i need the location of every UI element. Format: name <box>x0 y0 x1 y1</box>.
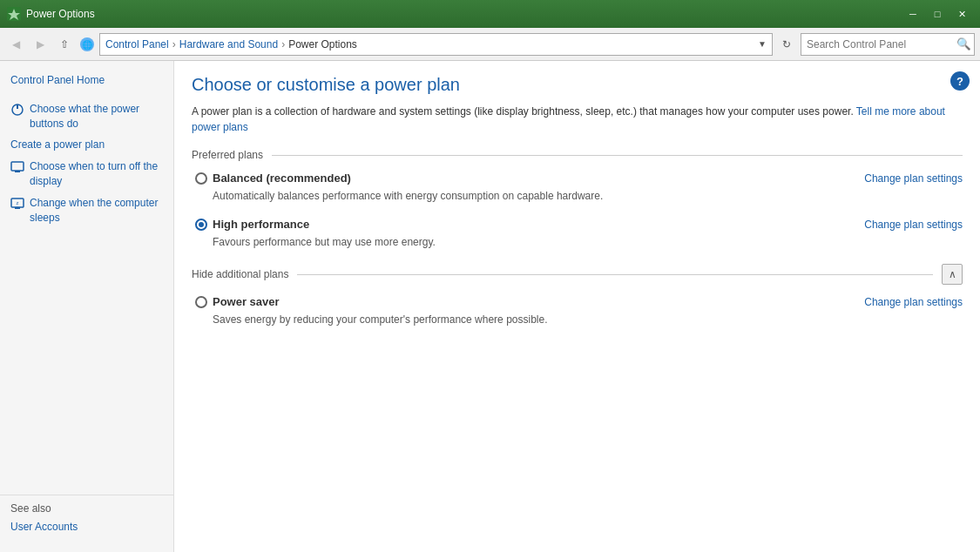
sidebar-item-user-accounts[interactable]: User Accounts <box>10 518 163 536</box>
sidebar-item-control-panel-home[interactable]: Control Panel Home <box>0 70 173 91</box>
control-panel-home-label: Control Panel Home <box>10 73 105 88</box>
see-also-section: See also User Accounts <box>0 495 173 543</box>
location-icon: 🌐 <box>78 36 96 53</box>
power-saver-plan-name: Power saver <box>213 295 280 308</box>
sidebar-item-create-plan[interactable]: Create a power plan <box>0 134 173 156</box>
sidebar-item-display-off[interactable]: Choose when to turn off the display <box>0 156 173 192</box>
preferred-plans-label: Preferred plans <box>192 149 263 161</box>
refresh-button[interactable]: ↻ <box>776 34 797 55</box>
sidebar-item-sleep[interactable]: z Change when the computer sleeps <box>0 192 173 229</box>
content-area: ? Choose or customise a power plan A pow… <box>174 61 980 552</box>
breadcrumb-control-panel[interactable]: Control Panel <box>105 38 169 50</box>
see-also-title: See also <box>10 502 163 515</box>
plan-item-high-performance: High performance Change plan settings Fa… <box>192 218 963 250</box>
back-button[interactable]: ◀ <box>5 34 26 55</box>
balanced-plan-desc: Automatically balances performance with … <box>195 188 963 204</box>
svg-rect-9 <box>15 207 20 209</box>
main-layout: Control Panel Home Choose what the power… <box>0 61 980 552</box>
preferred-divider <box>272 155 963 156</box>
sidebar-item-power-buttons[interactable]: Choose what the power buttons do <box>0 98 173 135</box>
high-performance-plan-name: High performance <box>213 218 309 231</box>
power-saver-plan-desc: Saves energy by reducing your computer's… <box>195 312 963 327</box>
forward-button[interactable]: ▶ <box>30 34 51 55</box>
change-plan-balanced-link[interactable]: Change plan settings <box>864 172 963 185</box>
sidebar: Control Panel Home Choose what the power… <box>0 61 174 552</box>
additional-divider <box>297 274 933 275</box>
up-button[interactable]: ⇧ <box>54 34 75 55</box>
svg-text:z: z <box>17 200 19 205</box>
breadcrumb-hardware-sound[interactable]: Hardware and Sound <box>179 38 278 50</box>
page-description: A power plan is a collection of hardware… <box>192 104 963 135</box>
search-button[interactable]: 🔍 <box>953 34 974 55</box>
svg-text:🌐: 🌐 <box>82 39 93 50</box>
search-box: 🔍 <box>801 33 975 56</box>
description-text: A power plan is a collection of hardware… <box>192 105 854 118</box>
svg-rect-6 <box>11 162 24 171</box>
radio-balanced[interactable] <box>195 172 207 185</box>
minimize-button[interactable]: ─ <box>902 5 924 23</box>
additional-plans-header: Hide additional plans ∧ <box>192 264 963 285</box>
display-off-label: Choose when to turn off the display <box>30 159 163 189</box>
preferred-plans-header: Preferred plans <box>192 149 963 161</box>
app-icon <box>7 7 21 21</box>
plan-item-power-saver: Power saver Change plan settings Saves e… <box>192 295 963 327</box>
power-buttons-label: Choose what the power buttons do <box>30 102 163 131</box>
radio-power-saver[interactable] <box>195 296 207 308</box>
user-accounts-label: User Accounts <box>10 520 78 535</box>
power-buttons-icon <box>10 103 24 117</box>
window-title: Power Options <box>26 8 902 20</box>
window-controls: ─ □ ✕ <box>902 5 973 23</box>
plan-item-balanced: Balanced (recommended) Change plan setti… <box>192 172 963 204</box>
balanced-plan-name: Balanced (recommended) <box>213 172 351 185</box>
breadcrumb-current: Power Options <box>288 38 357 50</box>
display-icon <box>10 160 24 174</box>
help-button[interactable]: ? <box>950 71 970 91</box>
title-bar: Power Options ─ □ ✕ <box>0 0 980 28</box>
close-button[interactable]: ✕ <box>950 5 973 23</box>
breadcrumb-bar: Control Panel › Hardware and Sound › Pow… <box>99 33 773 56</box>
high-performance-plan-desc: Favours performance but may use more ene… <box>195 234 963 250</box>
svg-rect-5 <box>17 104 18 109</box>
radio-high-performance[interactable] <box>195 219 207 231</box>
change-plan-power-saver-link[interactable]: Change plan settings <box>864 296 963 308</box>
sleep-icon: z <box>10 197 24 211</box>
additional-plans-label: Hide additional plans <box>192 268 288 280</box>
create-plan-label: Create a power plan <box>10 138 105 152</box>
sleep-label: Change when the computer sleeps <box>30 196 163 226</box>
breadcrumb-dropdown-button[interactable]: ▼ <box>758 39 767 49</box>
page-title: Choose or customise a power plan <box>192 75 963 95</box>
change-plan-high-performance-link[interactable]: Change plan settings <box>864 219 963 231</box>
maximize-button[interactable]: □ <box>926 5 949 23</box>
address-bar: ◀ ▶ ⇧ 🌐 Control Panel › Hardware and Sou… <box>0 28 980 61</box>
search-input[interactable] <box>801 38 953 50</box>
additional-plans-toggle[interactable]: ∧ <box>942 264 963 285</box>
svg-rect-7 <box>15 171 20 172</box>
